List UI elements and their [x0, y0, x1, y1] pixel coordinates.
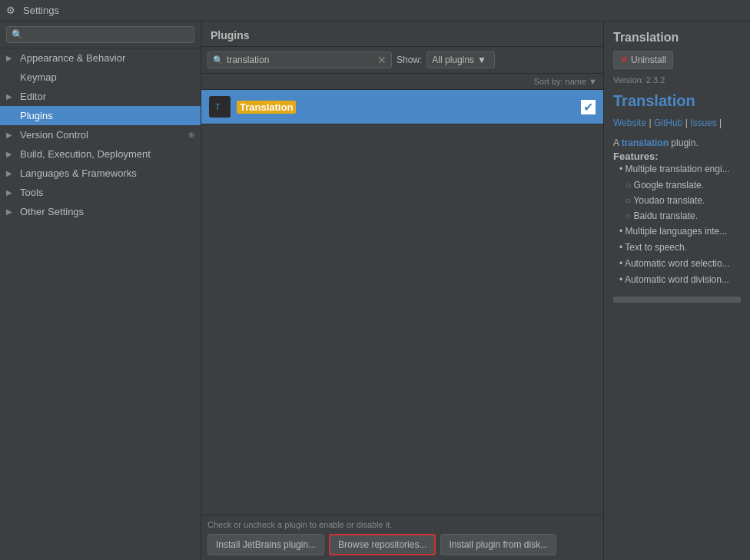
detail-panel-title: Translation: [613, 31, 741, 45]
sidebar-item-appearance-behavior[interactable]: ▶ Appearance & Behavior: [0, 48, 201, 68]
detail-scrollbar[interactable]: [613, 297, 741, 303]
description-highlight: translation: [622, 138, 669, 148]
uninstall-label: Uninstall: [631, 55, 666, 65]
sort-bar: Sort by: name ▼: [201, 74, 603, 90]
plugins-footer: Check or uncheck a plugin to enable or d…: [201, 515, 603, 560]
feature-item-1: Multiple translation engi...: [619, 162, 741, 176]
feature-youdao: Youdao translate.: [626, 194, 741, 207]
detail-features: Features: Multiple translation engi... G…: [613, 151, 741, 289]
description-end: plugin.: [669, 138, 699, 148]
title-bar: ⚙ Settings: [0, 0, 750, 22]
uninstall-button[interactable]: ✕ Uninstall: [613, 51, 673, 69]
sidebar-item-label: Editor: [20, 91, 194, 102]
translation-engines-list: Google translate. Youdao translate. Baid…: [619, 178, 741, 223]
arrow-icon: ▶: [6, 188, 17, 197]
search-icon: 🔍: [213, 55, 224, 65]
sidebar-item-label: Build, Execution, Deployment: [20, 148, 194, 160]
version-control-badge: ⊕: [188, 131, 194, 139]
plugin-translation-icon: T: [209, 96, 231, 118]
search-clear-icon[interactable]: ✕: [377, 55, 387, 65]
plugins-header: Plugins: [201, 22, 603, 47]
feature-item-4: Automatic word selectio...: [619, 257, 741, 270]
install-jetbrains-button[interactable]: Install JetBrains plugin...: [207, 534, 324, 555]
detail-description: A translation plugin.: [613, 136, 741, 151]
link-sep-1: |: [646, 118, 654, 128]
uninstall-x-icon: ✕: [620, 55, 628, 65]
detail-plugin-title: Translation: [613, 92, 741, 110]
features-label: Features:: [613, 151, 659, 162]
feature-item-2: Multiple languages inte...: [619, 224, 741, 238]
install-from-disk-button[interactable]: Install plugin from disk...: [440, 534, 556, 555]
show-dropdown[interactable]: All plugins ▼: [426, 51, 495, 68]
issues-link[interactable]: Issues: [690, 118, 717, 128]
footer-buttons: Install JetBrains plugin... Browse repos…: [207, 534, 597, 555]
svg-text:T: T: [215, 102, 221, 111]
sidebar-item-label: Version Control: [20, 129, 188, 141]
sidebar-search-input[interactable]: [6, 26, 194, 43]
sidebar-item-label: Languages & Frameworks: [20, 167, 194, 179]
plugins-title: Plugins: [211, 29, 250, 41]
arrow-icon: ▶: [6, 92, 17, 101]
sort-by-name-link[interactable]: Sort by: name ▼: [534, 77, 597, 86]
sidebar-items: ▶ Appearance & Behavior Keymap ▶ Editor …: [0, 48, 201, 560]
app-icon: ⚙: [6, 5, 18, 17]
website-link[interactable]: Website: [613, 118, 646, 128]
link-sep-2: |: [682, 118, 690, 128]
sidebar-item-other-settings[interactable]: ▶ Other Settings: [0, 202, 201, 221]
feature-item-5: Automatic word division...: [619, 273, 741, 287]
github-link[interactable]: GitHub: [654, 118, 682, 128]
plugins-panel: Plugins 🔍 ✕ Show: All plugins ▼ Sort by:…: [201, 22, 604, 560]
sidebar-item-label: Keymap: [20, 71, 194, 83]
sidebar-item-label: Other Settings: [20, 206, 194, 217]
sidebar: ▶ Appearance & Behavior Keymap ▶ Editor …: [0, 22, 201, 560]
dropdown-arrow-icon: ▼: [477, 55, 486, 65]
sidebar-item-version-control[interactable]: ▶ Version Control ⊕: [0, 125, 201, 144]
plugins-toolbar: 🔍 ✕ Show: All plugins ▼: [201, 47, 603, 74]
plugin-name-translation: Translation: [237, 101, 296, 114]
footer-hint: Check or uncheck a plugin to enable or d…: [207, 520, 597, 529]
arrow-icon: ▶: [6, 131, 17, 139]
sidebar-item-languages-frameworks[interactable]: ▶ Languages & Frameworks: [0, 164, 201, 183]
sidebar-search-container: [0, 22, 201, 48]
sidebar-item-label: Appearance & Behavior: [20, 52, 194, 64]
plugin-item-translation[interactable]: T Translation ✔: [201, 90, 603, 124]
arrow-icon: ▶: [6, 169, 17, 177]
plugin-check-icon: ✔: [581, 100, 596, 114]
link-sep-3: |: [717, 118, 722, 128]
show-value: All plugins: [432, 55, 474, 65]
arrow-icon: ▶: [6, 207, 17, 216]
main-content: ▶ Appearance & Behavior Keymap ▶ Editor …: [0, 22, 750, 560]
description-intro: A: [613, 138, 622, 148]
sidebar-item-plugins[interactable]: Plugins: [0, 106, 201, 125]
feature-baidu: Baidu translate.: [626, 209, 741, 223]
detail-links: Website | GitHub | Issues |: [613, 118, 741, 128]
sidebar-item-build-execution[interactable]: ▶ Build, Execution, Deployment: [0, 144, 201, 164]
feature-google: Google translate.: [626, 178, 741, 192]
detail-panel: Translation ✕ Uninstall Version: 2.3.2 T…: [604, 22, 750, 560]
sidebar-item-label: Tools: [20, 187, 194, 198]
arrow-icon: ▶: [6, 54, 17, 62]
features-list: Multiple translation engi... Google tran…: [613, 162, 741, 287]
plugin-search-input[interactable]: [227, 55, 377, 65]
show-label: Show:: [397, 55, 422, 65]
plugin-search-box[interactable]: 🔍 ✕: [207, 51, 392, 68]
plugin-list: T Translation ✔: [201, 90, 603, 515]
sidebar-item-label: Plugins: [20, 110, 194, 121]
arrow-icon: ▶: [6, 150, 17, 158]
sidebar-item-keymap[interactable]: Keymap: [0, 68, 201, 87]
sidebar-item-tools[interactable]: ▶ Tools: [0, 183, 201, 202]
window-title: Settings: [23, 5, 59, 16]
feature-item-3: Text to speech.: [619, 240, 741, 254]
browse-repositories-button[interactable]: Browse repositories...: [329, 534, 436, 555]
sidebar-item-editor[interactable]: ▶ Editor: [0, 87, 201, 106]
detail-version: Version: 2.3.2: [613, 75, 741, 84]
